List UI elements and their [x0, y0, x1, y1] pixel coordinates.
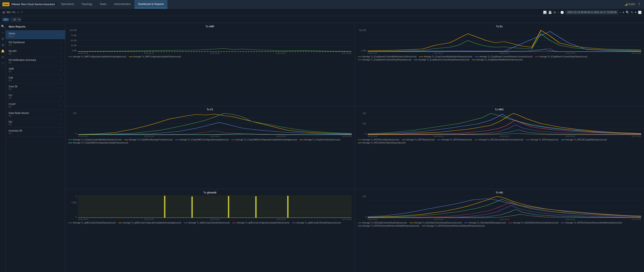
nav-dashboard-reports[interactable]: Dashboard & Reports	[134, 0, 168, 9]
clock-icon: 🕐	[560, 11, 564, 14]
sidebar: Main Reports Home Main ☆ 5G Dashboard 5G…	[6, 23, 65, 272]
nav-topology[interactable]: Topology	[78, 0, 96, 9]
shield-icon[interactable]: 🛡	[2, 62, 4, 65]
sidebar-star-drb[interactable]: ☆	[60, 113, 62, 116]
sidebar-item-drb[interactable]: Data Radio Bearer 5G ☆	[6, 110, 65, 119]
help-button[interactable]: ❓	[638, 3, 641, 6]
legend-f1: Average Tx_F1apAccessAndMobilityIndicati…	[68, 139, 352, 144]
x-labels-rrc: 10/23 00:0010/24 00:0010/25 00:0010/26 0…	[368, 135, 641, 137]
y-labels-amf: 100 MB75 MB50 MB25 MB0 MB	[68, 29, 78, 52]
reports-icon[interactable]: ◎	[2, 43, 4, 47]
dropdown-icon[interactable]: ▾	[623, 11, 624, 14]
sidebar-star-cu[interactable]: ☆	[60, 95, 62, 98]
save-icon[interactable]: 💾	[548, 11, 552, 14]
x-labels-f1: 10/23 00:0010/24 00:0010/25 00:0010/26 0…	[78, 135, 352, 137]
chart-title-tx-e1: Tx E1	[358, 25, 641, 28]
y-labels-e1: 500 MB0 MB	[358, 29, 367, 52]
y-labels-ng: 2000	[358, 195, 367, 218]
bell-icon[interactable]: 🔔	[1, 49, 4, 53]
nav-administration[interactable]: Administration	[110, 0, 134, 9]
star-icon[interactable]: ☆	[17, 11, 20, 14]
filter-dropdown-all[interactable]: All	[11, 18, 21, 22]
breadcrumb-left: ⊞ 5G / Tx ☆ ⤴	[2, 11, 22, 14]
x-labels-ng: 10/23 00:0010/24 00:0010/25 00:0010/26 0…	[368, 218, 641, 220]
sidebar-header: Main Reports	[6, 23, 65, 31]
x-labels-e1: 10/23 00:0010/24 00:0010/25 00:0010/26 0…	[368, 52, 641, 54]
sidebar-icons: 🔍 + ⊞ ◎ 🔔 ⚙ 🛡	[0, 23, 6, 272]
y-labels-f1: 5000	[68, 112, 78, 135]
chart-title-tx-rrc: Tx RRC	[358, 108, 641, 111]
main-layout: 🔍 + ⊞ ◎ 🔔 ⚙ 🛡 Main Reports Home Main ☆ 5…	[0, 23, 644, 272]
chart-panel-tx-rrc: Tx RRC 4002000	[355, 106, 644, 189]
filter-tag-cu: CU	[2, 18, 9, 21]
sidebar-item-5gdashboard[interactable]: 5G Dashboard 5G ☆	[6, 39, 65, 48]
chart-panel-tx-e1: Tx E1 500 MB0 MB	[355, 23, 644, 106]
sidebar-star-5gkpi[interactable]: ☆	[60, 51, 62, 54]
sidebar-item-home[interactable]: Home Main ☆	[6, 31, 65, 39]
legend-amf: Average Tx_AMFConfigurationUpdateAcknowl…	[68, 56, 352, 58]
share-icon[interactable]: ⤴	[21, 11, 22, 14]
breadcrumb-path: 5G / Tx	[6, 11, 15, 14]
search-icon[interactable]: 🔍	[1, 25, 4, 28]
sidebar-item-cell[interactable]: Cell 5G ☆	[6, 75, 65, 84]
sidebar-star-cuup[interactable]: ☆	[60, 104, 62, 107]
x-labels-gnodeb: 10/23 00:0010/24 00:0010/25 00:0010/26 0…	[78, 218, 352, 220]
sidebar-item-cu[interactable]: CU 5G ☆	[6, 92, 65, 101]
window-icon[interactable]: ⬜	[638, 11, 642, 14]
plus-icon[interactable]: +	[2, 31, 4, 34]
chart-panel-tx-gnodeb: Tx gNodeB 10.5000	[65, 189, 355, 272]
sidebar-item-5gkpi[interactable]: 5G KPI 5G ☆	[6, 48, 65, 57]
more-icon[interactable]: ▾	[635, 11, 636, 14]
charts-grid: Tx AMF 100 MB75 MB50 MB25 MB0 MB	[65, 23, 644, 272]
sidebar-star-5gnotif[interactable]: ☆	[60, 60, 62, 63]
chart-panel-tx-f1: Tx F1 5000	[65, 106, 355, 189]
sidebar-item-core56[interactable]: Core 56 5G ☆	[6, 84, 65, 92]
nav-tasks[interactable]: Tasks	[96, 0, 110, 9]
theme-toggle[interactable]: 🌙 DARK	[624, 3, 635, 6]
sidebar-star-du[interactable]: ☆	[60, 122, 62, 125]
y-labels-rrc: 4002000	[358, 112, 367, 135]
chart-title-tx-ng: Tx NG	[358, 191, 641, 194]
grid-nav-icon[interactable]: ⊞	[2, 37, 4, 40]
sidebar-item-du[interactable]: DU 5G ☆	[6, 119, 65, 128]
filter-bar: CU All	[0, 16, 644, 23]
chart-panel-tx-ng: Tx NG 2000	[355, 189, 644, 272]
prev-icon[interactable]: ‹	[558, 11, 559, 14]
legend-gnodeb: Average Tx_gNBCuCpE1SetupRequest(count) …	[68, 222, 352, 224]
legend-rrc: Average Tx_RRCReconfiguration(count) Ave…	[358, 139, 641, 144]
sidebar-item-anr[interactable]: ANR 5G ☆	[6, 66, 65, 75]
gear-icon[interactable]: ⚙	[2, 56, 4, 59]
content-area: Tx AMF 100 MB75 MB50 MB25 MB0 MB	[65, 23, 644, 272]
logo-area: vmw VMware Telco Cloud Service Assurance	[0, 3, 57, 6]
sidebar-star-core56[interactable]: ☆	[60, 86, 62, 89]
x-labels-amf: 10/23 00:0010/24 00:0010/25 00:0010/26 0…	[78, 52, 352, 54]
breadcrumb-right: 📊 💾 ⚙ ‹ 🕐 2022-10-23 00:00:00 to 2022-10…	[543, 10, 642, 15]
grid-icon[interactable]: ⊞	[2, 11, 5, 14]
settings-icon[interactable]: ⚙	[554, 11, 556, 14]
sidebar-item-inventory56[interactable]: Inventory 56 5G ☆	[6, 128, 65, 137]
legend-e1: Average Tx_E1apBearerContextModification…	[358, 56, 641, 61]
legend-ng: Average Tx_NGInitialContextSetupFailure(…	[358, 222, 641, 227]
zoom-out-icon[interactable]: 🔍	[626, 11, 629, 14]
sidebar-star-anr[interactable]: ☆	[60, 69, 62, 72]
sidebar-star-cell[interactable]: ☆	[60, 78, 62, 80]
chart-title-tx-gnodeb: Tx gNodeB	[68, 191, 352, 194]
y-labels-gnodeb: 10.5000	[68, 195, 78, 218]
svg-rect-25	[78, 195, 352, 218]
bar-chart-icon[interactable]: 📊	[543, 11, 546, 14]
sidebar-item-5gnotification[interactable]: 5G Notification Summary 5G ☆	[6, 57, 65, 66]
sidebar-star-home[interactable]: ☆	[60, 33, 62, 36]
next-icon[interactable]: ›	[620, 11, 621, 14]
app-title: VMware Telco Cloud Service Assurance	[11, 3, 55, 6]
breadcrumb-bar: ⊞ 5G / Tx ☆ ⤴ 📊 💾 ⚙ ‹ 🕐 2022-10-23 00:00…	[0, 9, 644, 16]
nav-operations[interactable]: Operations	[57, 0, 78, 9]
chart-title-tx-f1: Tx F1	[68, 108, 352, 111]
sidebar-star-inventory56[interactable]: ☆	[60, 131, 62, 133]
time-range-display: 2022-10-23 00:00:00 to 2022-10-27 23:59:…	[566, 10, 618, 15]
top-navigation: vmw VMware Telco Cloud Service Assurance…	[0, 0, 644, 9]
chart-panel-tx-amf: Tx AMF 100 MB75 MB50 MB25 MB0 MB	[65, 23, 355, 106]
sidebar-star-5gdashboard[interactable]: ☆	[60, 42, 62, 45]
logo-icon: vmw	[2, 3, 10, 6]
sidebar-item-cuup[interactable]: CUUP 5G ☆	[6, 101, 65, 110]
refresh-icon[interactable]: ↻	[631, 11, 633, 14]
